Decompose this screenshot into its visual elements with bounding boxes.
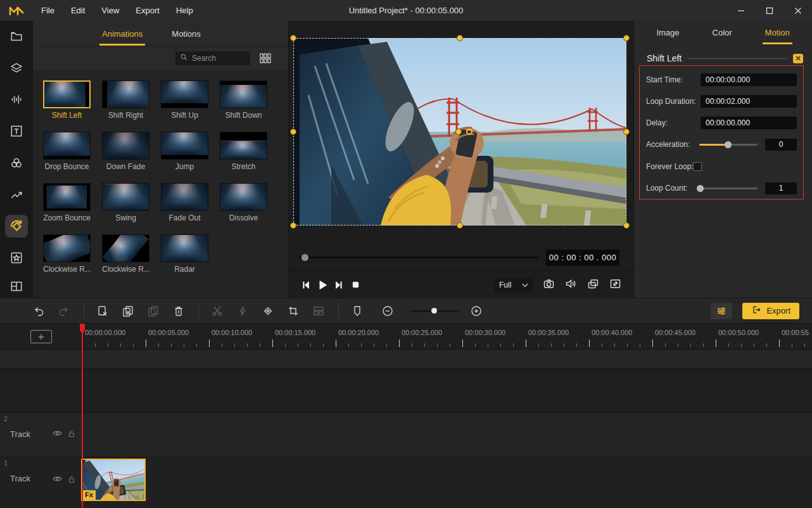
handle-top-left[interactable] [290, 35, 296, 41]
search-input[interactable] [191, 53, 241, 63]
track-visibility-eye-icon[interactable] [52, 474, 63, 485]
tab-image[interactable]: Image [654, 28, 682, 44]
animation-item[interactable]: Swing [102, 183, 149, 222]
layers-icon[interactable] [5, 56, 28, 79]
delay-input[interactable] [701, 117, 797, 129]
track-lock-icon[interactable] [67, 474, 76, 486]
auto-enhance-icon[interactable] [233, 302, 252, 320]
fullscreen-icon[interactable] [609, 277, 622, 292]
handle-mid-left[interactable] [290, 129, 296, 135]
close-icon[interactable] [783, 0, 812, 21]
audio-icon[interactable] [5, 88, 28, 111]
add-keyframe-icon[interactable] [258, 302, 277, 320]
animation-item[interactable]: Shift Left [43, 80, 91, 120]
zoom-in-icon[interactable] [467, 302, 486, 320]
loop-count-slider[interactable] [699, 187, 758, 189]
timeline-zoom-slider[interactable] [411, 310, 459, 312]
marker-icon[interactable] [348, 302, 367, 320]
delete-icon[interactable] [169, 302, 188, 320]
timeline-lane-middle[interactable] [0, 369, 812, 413]
timeline-clip[interactable]: Fx [81, 459, 146, 501]
snapshot-camera-icon[interactable] [542, 277, 555, 292]
track-visibility-eye-icon[interactable] [52, 429, 63, 440]
previous-frame-icon[interactable] [298, 277, 314, 293]
remove-clip-icon[interactable] [93, 302, 112, 320]
scissors-icon[interactable] [208, 302, 227, 320]
minimize-icon[interactable] [726, 0, 755, 21]
handle-anchor[interactable] [466, 129, 473, 135]
animation-item[interactable]: Shift Right [102, 80, 149, 120]
track-row-2[interactable]: 2 Track [0, 413, 812, 457]
timeline-ruler[interactable]: 00:00:00.00000:00:05.00000:00:10.00000:0… [0, 324, 812, 350]
media-folder-icon[interactable] [5, 25, 28, 48]
animation-item[interactable]: Jump [161, 132, 208, 171]
start-time-input[interactable] [701, 73, 797, 86]
handle-bottom-center[interactable] [457, 222, 463, 229]
handle-center[interactable] [455, 129, 462, 135]
forever-loop-checkbox[interactable] [693, 162, 702, 171]
scrubber-thumb[interactable] [301, 254, 308, 261]
menu-file[interactable]: File [33, 6, 63, 15]
animation-item[interactable]: Zoom Bounce [43, 183, 91, 222]
animation-item[interactable]: Fade Out [161, 183, 208, 222]
tab-motion[interactable]: Motion [763, 28, 792, 44]
menu-view[interactable]: View [93, 6, 127, 15]
acceleration-slider[interactable] [699, 144, 758, 146]
animation-item[interactable]: Dissolve [220, 183, 267, 222]
animation-item[interactable]: Down Fade [102, 132, 149, 171]
track-lock-icon[interactable] [67, 429, 76, 440]
acceleration-slider-thumb[interactable] [725, 141, 732, 148]
add-track-button[interactable] [30, 330, 52, 343]
tab-animations[interactable]: Animations [99, 29, 145, 46]
menu-export[interactable]: Export [127, 6, 168, 15]
animation-item[interactable]: Drop Bounce [43, 132, 91, 171]
handle-top-center[interactable] [457, 35, 463, 41]
handle-bottom-left[interactable] [290, 222, 296, 229]
copy-clip-icon[interactable] [144, 302, 163, 320]
preview-scale-select[interactable]: Full [494, 277, 533, 293]
transitions-icon[interactable] [5, 183, 28, 206]
timeline-lane-upper[interactable] [0, 350, 812, 369]
text-icon[interactable] [5, 120, 28, 143]
split-screen-icon[interactable] [5, 275, 28, 298]
preview-scrubber[interactable] [299, 257, 538, 258]
duplicate-clip-icon[interactable] [118, 302, 137, 320]
animations-icon[interactable] [5, 215, 28, 238]
handle-bottom-right[interactable] [623, 222, 630, 229]
menu-help[interactable]: Help [168, 6, 201, 15]
zoom-out-icon[interactable] [378, 302, 397, 320]
volume-icon[interactable] [564, 277, 578, 292]
crop-icon[interactable] [284, 302, 303, 320]
loop-count-value[interactable]: 1 [765, 182, 797, 194]
animation-item[interactable]: Stretch [220, 132, 267, 171]
handle-mid-right[interactable] [623, 129, 630, 135]
remove-effect-icon[interactable]: ✕ [793, 54, 803, 63]
menu-edit[interactable]: Edit [63, 6, 93, 15]
loop-count-slider-thumb[interactable] [697, 185, 704, 192]
acceleration-value[interactable]: 0 [765, 139, 797, 151]
loop-duration-input[interactable] [701, 95, 797, 108]
duplicate-preview-icon[interactable] [587, 277, 600, 292]
animation-item[interactable]: Shift Down [220, 80, 267, 120]
export-button[interactable]: Export [742, 303, 799, 319]
tab-color[interactable]: Color [710, 28, 735, 44]
animation-item[interactable]: Shift Up [161, 80, 208, 120]
effects-icon[interactable] [5, 246, 28, 269]
search-box[interactable] [175, 51, 250, 65]
animation-item[interactable]: Radar [161, 234, 208, 274]
tab-motions[interactable]: Motions [169, 29, 203, 46]
grid-view-icon[interactable] [259, 53, 272, 64]
maximize-icon[interactable] [755, 0, 783, 21]
redo-icon[interactable] [54, 302, 73, 320]
undo-icon[interactable] [29, 302, 48, 320]
stop-icon[interactable] [347, 277, 364, 293]
next-frame-icon[interactable] [331, 277, 347, 293]
preview-stage[interactable] [293, 38, 626, 225]
playhead[interactable] [82, 324, 83, 508]
timeline-settings-icon[interactable] [711, 303, 732, 319]
filters-icon[interactable] [5, 151, 28, 174]
timeline-zoom-thumb[interactable] [431, 308, 437, 314]
animation-item[interactable]: Clockwise R... [102, 234, 149, 274]
animation-item[interactable]: Clockwise R... [43, 234, 91, 274]
play-icon[interactable] [314, 277, 331, 293]
